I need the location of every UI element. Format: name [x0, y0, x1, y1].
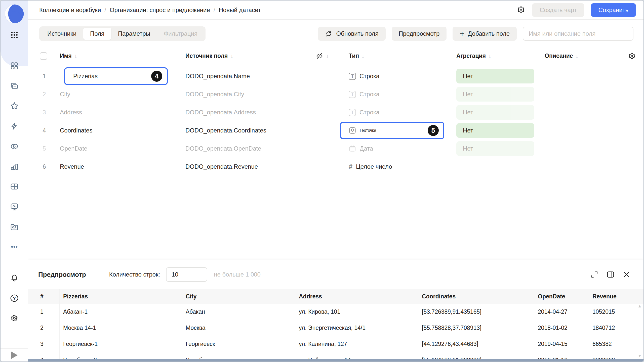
breadcrumb-collections[interactable]: Коллекции и воркбуки — [39, 7, 101, 14]
field-type-cell[interactable]: T Строка — [340, 109, 456, 116]
field-type-cell[interactable]: T Строка — [340, 91, 456, 98]
breadcrumb: Коллекции и воркбуки / Организации: спро… — [39, 7, 261, 14]
column-header-name[interactable]: Имя ↓ — [51, 53, 182, 60]
preview-table-header: # Pizzerias City Address Coordinates Ope… — [28, 289, 643, 304]
refresh-fields-button[interactable]: Обновить поля — [318, 27, 385, 41]
tab-parameters[interactable]: Параметры — [111, 28, 157, 40]
help-icon[interactable]: ? — [10, 294, 19, 303]
annotated-field-type-cell[interactable]: Геоточка 5 — [340, 122, 444, 139]
field-type-cell[interactable]: Дата — [340, 145, 456, 152]
horizontal-scrollbar[interactable] — [28, 359, 643, 361]
fields-table-header: Имя ↓ Источник поля ↓ ↓ Тип ↓ — [28, 48, 643, 64]
breadcrumb-workbook[interactable]: Организации: спрос и предложение — [110, 7, 210, 14]
field-type-label: Целое число — [356, 163, 392, 170]
field-type-label: Дата — [360, 145, 373, 152]
field-source: DODO_opendata.Address — [182, 109, 310, 116]
sidebar: ? — [1, 1, 28, 361]
preview-col-city: City — [182, 289, 299, 304]
svg-text:?: ? — [13, 296, 16, 301]
preview-scrollbar[interactable]: ▲ ▼ — [637, 304, 642, 358]
storage-folder-icon[interactable] — [10, 222, 19, 231]
sidebar-expand-footer — [1, 348, 28, 361]
aggregation-select[interactable]: Нет — [456, 141, 534, 156]
field-type-label: Строка — [359, 73, 379, 80]
tab-sources[interactable]: Источники — [41, 28, 83, 40]
column-header-aggregation[interactable]: Агрегация ↓ — [456, 53, 545, 60]
field-name[interactable]: City — [51, 91, 182, 98]
integer-type-icon: # — [349, 163, 352, 171]
column-header-type[interactable]: Тип ↓ — [340, 53, 456, 60]
sort-arrow-icon: ↓ — [576, 53, 579, 60]
table-settings-gear-icon[interactable] — [628, 52, 636, 60]
preview-title: Предпросмотр — [38, 271, 86, 279]
workbooks-icon[interactable] — [10, 81, 19, 90]
eye-slash-icon — [315, 52, 324, 60]
sort-arrow-icon: ↓ — [361, 53, 365, 60]
more-ellipsis-icon[interactable] — [10, 242, 19, 251]
expand-sidebar-icon[interactable] — [11, 351, 18, 359]
preview-col-pizzerias: Pizzerias — [59, 289, 185, 304]
field-name[interactable]: Revenue — [51, 163, 182, 170]
row-count-input[interactable] — [166, 267, 207, 282]
add-field-button[interactable]: + Добавить поле — [453, 27, 517, 41]
column-header-description[interactable]: Описание ↓ — [545, 53, 628, 60]
field-type-cell[interactable]: T Строка — [340, 73, 456, 80]
dashboards-monitor-icon[interactable] — [10, 202, 19, 211]
field-row-coordinates: 4 Coordinates DODO_opendata.Coordinates … — [28, 121, 643, 140]
tab-fields[interactable]: Поля — [83, 28, 111, 40]
create-chart-button[interactable]: Создать чарт — [532, 3, 584, 17]
aggregation-select[interactable]: Нет — [456, 123, 534, 138]
save-button[interactable]: Сохранить — [591, 3, 636, 17]
field-name[interactable]: OpenDate — [51, 145, 182, 152]
preview-col-coordinates: Coordinates — [418, 289, 538, 304]
row-number: 3 — [38, 109, 51, 116]
datasets-icon[interactable] — [10, 142, 19, 151]
select-all-checkbox[interactable] — [40, 52, 47, 60]
field-aggregation-cell: Нет — [456, 69, 545, 83]
column-header-source[interactable]: Источник поля ↓ — [182, 53, 310, 60]
tab-filtering[interactable]: Фильтрация — [157, 28, 204, 40]
favorites-star-icon[interactable] — [10, 102, 19, 111]
fields-table-body: 1 Pizzerias 4 DODO_opendata.Name T Строк… — [28, 64, 643, 176]
scroll-up-icon[interactable]: ▲ — [638, 304, 642, 308]
breadcrumb-separator: / — [214, 7, 215, 14]
field-search-input[interactable] — [523, 27, 633, 41]
aggregation-select[interactable]: Нет — [456, 87, 534, 102]
dataset-settings-gear-icon[interactable] — [516, 6, 526, 15]
breadcrumb-dataset: Новый датасет — [219, 7, 261, 14]
field-name[interactable]: Coordinates — [51, 127, 182, 134]
add-field-label: Добавить поле — [468, 30, 510, 37]
string-type-icon: T — [349, 73, 356, 80]
column-header-visibility[interactable]: ↓ — [310, 52, 340, 60]
datalens-logo[interactable] — [5, 4, 24, 24]
string-type-icon: T — [349, 109, 356, 116]
collections-icon[interactable] — [10, 61, 19, 70]
tables-icon[interactable] — [10, 182, 19, 191]
field-row-pizzerias: 1 Pizzerias 4 DODO_opendata.Name T Строк… — [28, 67, 643, 85]
connections-lightning-icon[interactable] — [10, 122, 19, 131]
topbar-actions: Создать чарт Сохранить — [516, 3, 636, 17]
notifications-bell-icon[interactable] — [10, 274, 19, 283]
preview-col-opendate: OpenDate — [534, 289, 592, 304]
settings-gear-icon[interactable] — [10, 314, 19, 323]
expand-preview-icon[interactable] — [590, 270, 599, 279]
sidebar-nav — [1, 61, 28, 251]
field-row-revenue: 6 Revenue DODO_opendata.Revenue # Целое … — [28, 158, 643, 176]
scroll-down-icon[interactable]: ▼ — [638, 354, 642, 358]
split-layout-icon[interactable] — [606, 270, 615, 279]
sort-arrow-icon: ↓ — [326, 53, 329, 60]
close-preview-icon[interactable] — [622, 270, 630, 279]
refresh-fields-label: Обновить поля — [336, 30, 378, 37]
aggregation-select[interactable]: Нет — [456, 105, 534, 120]
field-name[interactable]: Address — [51, 109, 182, 116]
field-aggregation-cell: Сумма 6 — [456, 158, 545, 176]
field-row-address: 3 Address DODO_opendata.Address T Строка… — [28, 103, 643, 121]
field-type-cell[interactable]: # Целое число — [340, 163, 456, 171]
field-source: DODO_opendata.Name — [182, 73, 310, 80]
aggregation-select[interactable]: Нет — [456, 69, 534, 83]
preview-toggle-button[interactable]: Предпросмотр — [392, 27, 447, 41]
services-grid-icon[interactable] — [10, 30, 19, 39]
charts-icon[interactable] — [10, 162, 19, 171]
breadcrumb-separator: / — [104, 7, 106, 14]
annotated-field-name-cell[interactable]: Pizzerias 4 — [64, 67, 168, 85]
